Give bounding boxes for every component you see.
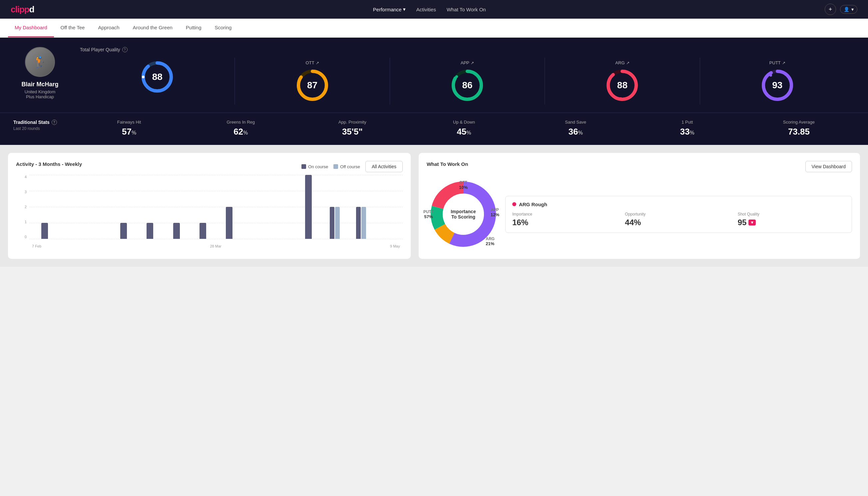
add-button[interactable]: + xyxy=(825,4,836,15)
hero-section: 🏌️ Blair McHarg United Kingdom Plus Hand… xyxy=(0,37,868,113)
logo: clippd xyxy=(11,4,34,15)
y-axis-labels: 4 3 2 1 0 xyxy=(16,175,28,239)
score-label-ott: OTT ↗ xyxy=(306,60,319,65)
bar-group xyxy=(58,238,83,239)
bars-container xyxy=(29,175,403,239)
user-menu-button[interactable]: 👤 ▾ xyxy=(840,5,857,14)
nav-what-to-work-on[interactable]: What To Work On xyxy=(447,7,486,12)
info-metric-importance: Importance 16% xyxy=(512,212,619,227)
y-label-3: 3 xyxy=(25,190,28,194)
score-label-arg: ARG ↗ xyxy=(615,60,629,65)
circle-total: 88 xyxy=(141,60,174,94)
stat-greens-in-reg: Greens In Reg 62% xyxy=(185,120,297,137)
chevron-down-icon: ▾ xyxy=(403,6,406,12)
bar-on-course xyxy=(41,223,48,239)
shot-quality-value: 95 ▼ xyxy=(738,218,845,227)
bar-empty xyxy=(279,238,285,239)
svg-point-8 xyxy=(455,75,458,78)
scores-section: Total Player Quality ? 88 xyxy=(80,47,855,105)
player-handicap: Plus Handicap xyxy=(26,94,54,99)
player-country: United Kingdom xyxy=(25,89,56,94)
info-card-title: ARG Rough xyxy=(512,202,845,207)
bar-on-course xyxy=(200,223,206,239)
info-metric-opportunity: Opportunity 44% xyxy=(625,212,732,227)
stat-sand-save: Sand Save 36% xyxy=(520,120,632,137)
stat-fairways-hit: Fairways Hit 57% xyxy=(73,120,185,137)
stat-1-putt: 1 Putt 33% xyxy=(632,120,743,137)
red-dot-icon xyxy=(512,202,516,206)
score-card-arg: ARG ↗ 88 xyxy=(545,58,700,105)
bar-on-course xyxy=(226,207,233,239)
tabs-bar: My Dashboard Off the Tee Approach Around… xyxy=(0,19,868,37)
bar-on-course xyxy=(173,223,180,239)
stats-help-icon[interactable]: ? xyxy=(52,120,57,125)
tpq-help-icon[interactable]: ? xyxy=(122,47,128,52)
grid-line xyxy=(29,239,403,239)
top-nav: clippd Performance ▾ Activities What To … xyxy=(0,0,868,19)
stats-grid: Fairways Hit 57% Greens In Reg 62% App. … xyxy=(73,120,855,137)
stat-scoring-average: Scoring Average 73.85 xyxy=(743,120,855,137)
bar-on-course xyxy=(356,207,361,239)
tab-my-dashboard[interactable]: My Dashboard xyxy=(8,19,54,37)
stats-bar: Traditional Stats ? Last 20 rounds Fairw… xyxy=(0,113,868,145)
tab-around-the-green[interactable]: Around the Green xyxy=(126,19,179,37)
activity-panel: Activity - 3 Months - Weekly On course O… xyxy=(8,153,411,259)
stat-app-proximity: App. Proximity 35'5" xyxy=(297,120,408,137)
chart-legend: On course Off course xyxy=(301,164,360,169)
arrow-up-icon: ↗ xyxy=(782,61,785,65)
y-label-2: 2 xyxy=(25,205,28,209)
what-to-work-on-panel: What To Work On View Dashboard Importanc… xyxy=(419,153,860,259)
circle-ott: 87 xyxy=(296,68,329,102)
bar-on-course xyxy=(146,223,153,239)
importance-value: 16% xyxy=(512,218,619,227)
legend-on-course: On course xyxy=(301,164,328,169)
tab-putting[interactable]: Putting xyxy=(179,19,208,37)
bar-group xyxy=(269,238,295,239)
stat-up-down: Up & Down 45% xyxy=(408,120,520,137)
tab-scoring[interactable]: Scoring xyxy=(208,19,238,37)
bar-group xyxy=(138,223,162,239)
bar-group xyxy=(349,207,374,239)
bar-empty xyxy=(252,238,259,239)
nav-activities[interactable]: Activities xyxy=(416,7,436,12)
score-card-total: 88 xyxy=(80,58,235,105)
activity-header: Activity - 3 Months - Weekly On course O… xyxy=(16,161,403,172)
work-content: Importance To Scoring OTT 10% APP 12% AR… xyxy=(427,177,852,251)
view-dashboard-button[interactable]: View Dashboard xyxy=(805,161,852,172)
bar-group xyxy=(296,175,321,239)
donut-chart: Importance To Scoring OTT 10% APP 12% AR… xyxy=(427,177,500,251)
score-value-total: 88 xyxy=(152,72,162,82)
on-course-color xyxy=(301,164,306,169)
x-label-mar: 28 Mar xyxy=(210,244,221,248)
tab-off-the-tee[interactable]: Off the Tee xyxy=(54,19,92,37)
chevron-down-icon: ▾ xyxy=(851,7,854,12)
y-label-0: 0 xyxy=(25,235,28,239)
score-card-ott: OTT ↗ 87 xyxy=(235,58,390,105)
y-label-1: 1 xyxy=(25,220,28,224)
x-label-may: 9 May xyxy=(390,244,400,248)
score-card-putt: PUTT ↗ 93 xyxy=(700,58,855,105)
bar-group xyxy=(322,207,347,239)
x-label-feb: 7 Feb xyxy=(32,244,41,248)
nav-performance[interactable]: Performance ▾ xyxy=(373,6,406,12)
score-value-putt: 93 xyxy=(772,80,783,91)
donut-label-putt: PUTT 57% xyxy=(423,210,434,219)
bar-on-course xyxy=(120,223,127,239)
bar-group xyxy=(217,207,242,239)
donut-label-app: APP 12% xyxy=(491,207,499,217)
nav-links: Performance ▾ Activities What To Work On xyxy=(373,6,486,12)
score-label-putt: PUTT ↗ xyxy=(769,60,785,65)
player-name: Blair McHarg xyxy=(21,81,58,88)
nav-right: + 👤 ▾ xyxy=(825,4,857,15)
bar-group xyxy=(190,223,215,239)
user-icon: 👤 xyxy=(844,7,849,12)
tab-approach[interactable]: Approach xyxy=(91,19,126,37)
down-badge: ▼ xyxy=(748,219,756,226)
info-metric-shot-quality: Shot Quality 95 ▼ xyxy=(738,212,845,227)
avatar: 🏌️ xyxy=(25,47,55,77)
arrow-up-icon: ↗ xyxy=(471,61,474,65)
work-title: What To Work On xyxy=(427,161,468,167)
work-header: What To Work On View Dashboard xyxy=(427,161,852,172)
bar-off-course xyxy=(335,207,340,239)
all-activities-button[interactable]: All Activities xyxy=(365,161,403,172)
